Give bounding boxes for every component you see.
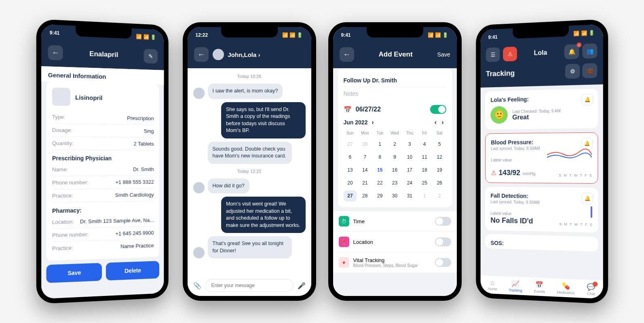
settings-button[interactable]: ⚙ (565, 64, 579, 79)
calendar-day[interactable]: 14 (358, 164, 372, 176)
calendar-day[interactable]: 11 (418, 151, 431, 163)
nav-chat[interactable]: 💬Chat (587, 283, 595, 296)
nav-tracking[interactable]: 📈Tracking (509, 280, 522, 293)
calendar-day[interactable]: 6 (344, 151, 357, 163)
bell-icon[interactable]: 🔔 (581, 193, 593, 204)
calendar-day[interactable]: 31 (403, 190, 416, 201)
calendar-day[interactable]: 8 (373, 151, 386, 163)
mic-icon[interactable]: 🎤 (298, 282, 306, 289)
calendar-day[interactable]: 21 (358, 177, 372, 189)
nav-events[interactable]: 📅Events (534, 281, 545, 294)
calendar-day[interactable]: 7 (358, 151, 372, 163)
heart-icon: ♥ (339, 257, 349, 268)
briefcase-button[interactable]: 💼 (582, 63, 597, 78)
calendar-day[interactable]: 20 (344, 177, 357, 189)
calendar-day[interactable]: 19 (433, 164, 446, 176)
save-button[interactable]: Save (46, 263, 101, 283)
edit-button[interactable]: ✎ (144, 49, 157, 64)
calendar-day[interactable]: 27 (344, 138, 357, 150)
date-value[interactable]: 06/27/22 (356, 106, 426, 113)
location-toggle[interactable] (435, 237, 451, 246)
phone-medication: 9:41 📶 📶 🔋 ← Enalapril ✎ General Informa… (36, 19, 168, 304)
calendar-day[interactable]: 1 (373, 138, 386, 150)
fall-label: Fall Detection: (490, 193, 592, 200)
fall-synced: Last synced: Today, 9:30AM (490, 199, 592, 206)
nav-medication[interactable]: 💊Medication (557, 282, 574, 295)
calendar-day[interactable]: 23 (388, 177, 401, 189)
attach-icon[interactable]: 📎 (193, 282, 201, 289)
message-bubble: I saw the alert, is mom okay? (208, 84, 283, 99)
calendar-day[interactable]: 18 (418, 164, 431, 176)
next-month-button[interactable]: › (439, 119, 446, 126)
chat-badge (593, 281, 598, 287)
bp-label: Blood Pressure: (491, 138, 592, 146)
calendar-day[interactable]: 15 (373, 164, 386, 176)
status-icons: 📶 📶 🔋 (282, 32, 303, 38)
nav-home[interactable]: ⌂Home (488, 279, 497, 292)
status-time: 9:41 (341, 32, 351, 38)
calendar-day[interactable]: 28 (358, 138, 372, 150)
users-button[interactable]: 👥 (582, 43, 597, 59)
location-option[interactable]: 📍Location (333, 232, 457, 252)
status-time: 12:22 (196, 32, 208, 38)
vital-option[interactable]: ♥Vital TrackingBlood Pressure, Steps, Bl… (333, 252, 457, 273)
notes-input[interactable] (344, 87, 446, 100)
calendar-day[interactable]: 10 (403, 151, 416, 163)
calendar-day[interactable]: 27 (344, 190, 357, 201)
chat-avatar[interactable] (213, 49, 224, 60)
calendar-day[interactable]: 1 (418, 190, 431, 201)
notifications-button[interactable]: 🔔1 (564, 44, 579, 59)
calendar-day[interactable]: 25 (418, 177, 431, 189)
calendar-day[interactable]: 17 (403, 164, 416, 176)
message-input[interactable] (205, 279, 293, 292)
events-icon: 📅 (535, 281, 543, 289)
month-label: Jun 2022 (344, 119, 368, 126)
calendar-day[interactable]: 29 (373, 190, 386, 201)
quantity-value: 2 Tablets (133, 141, 154, 147)
pharmacy-phone-value: +1 645 245 9900 (115, 230, 154, 237)
time-option[interactable]: ⏱Time (333, 211, 457, 232)
date-toggle[interactable] (430, 105, 446, 114)
pin-icon: 📍 (339, 237, 349, 247)
time-toggle[interactable] (435, 217, 451, 226)
event-name-input[interactable] (344, 74, 446, 87)
calendar-day[interactable]: 5 (433, 138, 446, 150)
pharmacy-practice-value: Name Practice (120, 242, 154, 249)
vital-toggle[interactable] (435, 258, 451, 267)
physician-name-label: Name: (52, 166, 68, 172)
phone-tracking: 9:41 📶 📶 🔋 ☰ ⚠ Lola 🔔1 👥 Tracking ⚙ 💼 � (476, 19, 608, 304)
calendar-day[interactable]: 12 (433, 151, 446, 163)
month-next-icon[interactable]: › (369, 119, 376, 126)
calendar-day[interactable]: 26 (433, 177, 446, 189)
back-button[interactable]: ← (340, 47, 354, 62)
message-bubble: She says so, but I'll send Dr. Smith a c… (221, 102, 306, 138)
alert-button[interactable]: ⚠ (503, 46, 517, 61)
timestamp: Today 12:22 (193, 169, 306, 174)
save-link[interactable]: Save (437, 51, 450, 58)
menu-button[interactable]: ☰ (486, 47, 499, 62)
calendar-day[interactable]: 16 (388, 164, 401, 176)
back-button[interactable]: ← (194, 47, 209, 62)
calendar-day[interactable]: 3 (403, 138, 416, 150)
calendar-day[interactable]: 2 (433, 190, 446, 201)
prev-month-button[interactable]: ‹ (432, 119, 439, 126)
calendar-day[interactable]: 28 (358, 190, 372, 201)
calendar-day[interactable]: 13 (344, 164, 357, 176)
tracking-icon: 📈 (511, 280, 519, 288)
status-icons: 📶 📶 🔋 (428, 32, 449, 38)
delete-button[interactable]: Delete (106, 261, 159, 281)
calendar-day[interactable]: 4 (418, 138, 431, 150)
notch (221, 27, 278, 38)
calendar-day[interactable]: 2 (388, 138, 401, 150)
calendar-day[interactable]: 24 (403, 177, 416, 189)
feeling-checked: Last Checked: Today, 9 AM (512, 109, 560, 114)
bell-icon[interactable]: 🔔 (581, 94, 593, 105)
phone-chat: 12:22 📶 📶 🔋 ← John,Lola › Today 10:26 I … (183, 22, 316, 301)
avatar (193, 247, 205, 258)
physician-practice-value: Smith Cardiology (115, 192, 154, 198)
back-button[interactable]: ← (48, 45, 63, 60)
calendar-day[interactable]: 9 (388, 151, 401, 163)
chat-title[interactable]: John,Lola › (228, 51, 260, 58)
calendar-day[interactable]: 30 (388, 190, 401, 201)
calendar-day[interactable]: 22 (373, 177, 386, 189)
